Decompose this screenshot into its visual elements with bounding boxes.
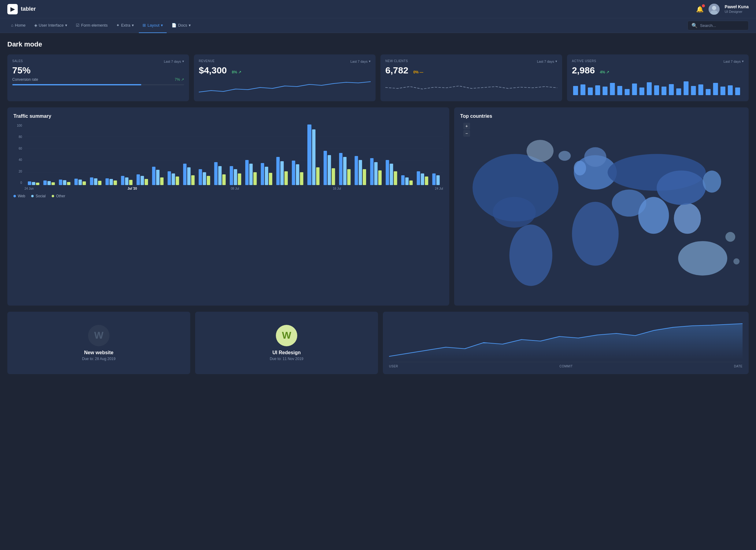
nav-label-docs: Docs: [178, 23, 187, 28]
nav-item-layout[interactable]: ⊞ Layout ▾: [139, 18, 167, 33]
svg-point-129: [733, 258, 739, 264]
svg-rect-54: [141, 176, 144, 185]
traffic-bar-chart: [24, 124, 443, 185]
svg-rect-57: [156, 170, 160, 185]
notification-icon[interactable]: 🔔: [696, 6, 704, 13]
svg-rect-16: [669, 84, 674, 95]
svg-rect-47: [106, 178, 109, 185]
stat-card-active-users: ACTIVE USERS Last 7 days ▾ 2,986 4% ↗: [567, 54, 749, 101]
stat-period-sales[interactable]: Last 7 days ▾: [164, 59, 184, 63]
svg-rect-94: [347, 169, 350, 185]
svg-rect-65: [199, 169, 202, 185]
svg-rect-41: [74, 179, 78, 185]
svg-rect-51: [125, 177, 128, 185]
activity-line-chart: [389, 323, 743, 359]
nav-item-home[interactable]: ⌂ Home: [7, 18, 29, 33]
svg-rect-43: [83, 181, 86, 185]
svg-rect-66: [203, 172, 206, 185]
svg-rect-8: [610, 83, 615, 95]
stat-value-users: 2,986 4% ↗: [572, 66, 744, 75]
svg-rect-20: [698, 84, 703, 95]
svg-point-116: [572, 202, 619, 266]
x-label-2: Jul '20: [128, 187, 137, 190]
svg-rect-88: [316, 167, 320, 185]
x-label-5: 24 Jul: [435, 187, 443, 190]
nav-item-user-interface[interactable]: ◈ User Interface ▾: [31, 18, 71, 33]
stat-header-sales: SALES Last 7 days ▾: [12, 59, 184, 65]
stat-sub-sales: Conversion rate 7% ↗: [12, 77, 184, 82]
svg-rect-24: [728, 85, 733, 95]
svg-rect-104: [401, 175, 405, 185]
stat-header-revenue: REVENUE Last 7 days ▾: [199, 59, 371, 65]
svg-rect-106: [409, 180, 413, 185]
nav-label-ui: User Interface: [39, 23, 64, 28]
dropdown-icon-ui: ▾: [65, 23, 67, 28]
svg-rect-102: [390, 164, 393, 185]
map-zoom-controls: + −: [463, 123, 470, 137]
svg-rect-110: [432, 173, 435, 185]
bar-chart-area: 100 80 60 40 20 0: [13, 124, 443, 185]
stat-period-revenue[interactable]: Last 7 days ▾: [350, 59, 371, 63]
traffic-summary-card: Traffic summary 100 80 60 40 20 0: [7, 107, 449, 306]
svg-rect-78: [265, 167, 268, 185]
stat-period-users[interactable]: Last 7 days ▾: [724, 59, 744, 63]
svg-rect-21: [706, 89, 711, 95]
world-map: [460, 126, 743, 298]
svg-rect-18: [684, 81, 688, 95]
svg-rect-55: [145, 179, 148, 185]
svg-rect-82: [284, 171, 288, 185]
stat-label-users: ACTIVE USERS: [572, 59, 596, 63]
svg-rect-101: [386, 160, 389, 185]
y-label-20: 20: [19, 170, 22, 173]
x-axis: 24 Jun Jul '20 08 Jul 16 Jul 24 Jul: [13, 187, 443, 190]
svg-point-126: [558, 151, 571, 161]
svg-rect-45: [94, 178, 97, 185]
users-bar-sparkline: [572, 80, 744, 95]
stat-change-users: 4% ↗: [600, 70, 609, 74]
y-label-60: 60: [19, 147, 22, 150]
svg-rect-56: [152, 167, 155, 185]
stat-header-clients: NEW CLIENTS Last 7 days ▾: [385, 59, 557, 65]
svg-rect-74: [245, 160, 249, 185]
legend-social: Social: [31, 194, 46, 198]
stat-value-sales: 75%: [12, 66, 184, 75]
svg-rect-32: [28, 181, 31, 185]
stat-period-clients[interactable]: Last 7 days ▾: [537, 59, 557, 63]
notification-badge: [702, 4, 705, 7]
svg-rect-17: [676, 88, 681, 95]
y-label-40: 40: [19, 158, 22, 162]
nav-item-form-elements[interactable]: ☑ Form elements: [72, 18, 111, 33]
zoom-in-button[interactable]: +: [463, 123, 470, 129]
nav-item-docs[interactable]: 📄 Docs ▾: [168, 18, 195, 33]
svg-point-125: [584, 147, 606, 167]
y-label-80: 80: [19, 135, 22, 139]
legend-dot-other: [52, 195, 54, 197]
svg-rect-91: [332, 168, 335, 185]
legend-dot-web: [13, 195, 16, 197]
docs-icon: 📄: [172, 23, 176, 28]
search-input[interactable]: [700, 23, 745, 28]
svg-rect-63: [187, 167, 191, 185]
sub-change-sales: 7% ↗: [175, 77, 184, 82]
bottom-cards: W New website Due to: 28 Aug 2019 W UI R…: [7, 312, 749, 374]
svg-rect-11: [632, 84, 637, 95]
nav-label-home: Home: [15, 23, 26, 28]
dropdown-icon-layout: ▾: [161, 23, 163, 28]
svg-rect-58: [160, 177, 164, 185]
svg-rect-42: [79, 180, 82, 185]
svg-rect-7: [602, 87, 607, 95]
search-box[interactable]: 🔍: [687, 21, 749, 30]
logo[interactable]: ▶ tabler: [7, 4, 36, 14]
avatar-image: [709, 4, 720, 15]
svg-point-121: [657, 170, 706, 205]
svg-rect-99: [374, 162, 378, 185]
nav-item-extra[interactable]: ✦ Extra ▾: [113, 18, 138, 33]
period-dropdown-icon-revenue: ▾: [369, 59, 371, 63]
svg-rect-90: [328, 155, 331, 185]
nav-items: ⌂ Home ◈ User Interface ▾ ☑ Form element…: [7, 18, 195, 33]
svg-rect-89: [324, 151, 327, 185]
home-icon: ⌂: [11, 23, 13, 28]
zoom-out-button[interactable]: −: [463, 130, 470, 137]
activity-col-date: DATE: [734, 365, 743, 368]
stat-label-sales: SALES: [12, 59, 23, 63]
